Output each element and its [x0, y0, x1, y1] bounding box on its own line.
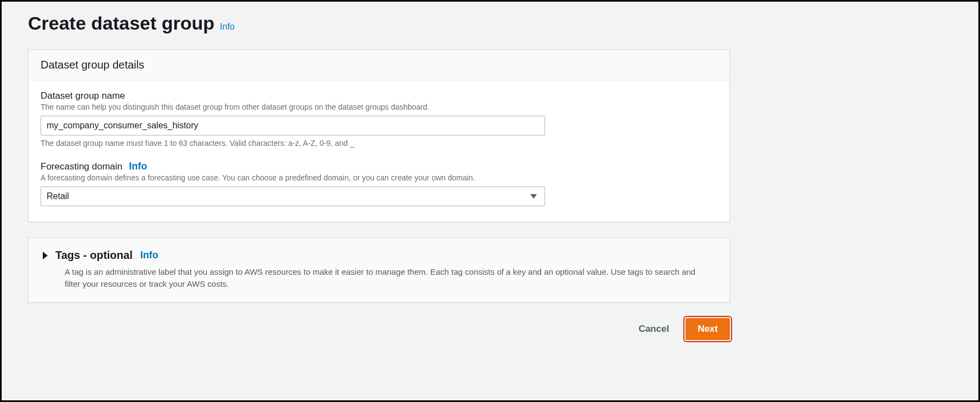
expand-caret-icon [43, 252, 48, 259]
tags-panel-info-link[interactable]: Info [140, 250, 158, 261]
dataset-group-name-hint: The dataset group name must have 1 to 63… [41, 139, 717, 148]
footer-actions: Cancel Next [28, 318, 730, 340]
tags-panel-description: A tag is an administrative label that yo… [65, 266, 712, 290]
dataset-group-details-panel: Dataset group details Dataset group name… [28, 49, 730, 222]
forecasting-domain-selected-value: Retail [47, 191, 69, 201]
forecasting-domain-label-row: Forecasting domain Info [41, 161, 717, 172]
dataset-group-name-description: The name can help you distinguish this d… [41, 103, 717, 111]
page-title: Create dataset group [28, 13, 214, 34]
tags-panel-title: Tags - optional [55, 249, 133, 262]
forecasting-domain-description: A forecasting domain defines a forecasti… [41, 173, 717, 182]
tags-panel: Tags - optional Info A tag is an adminis… [28, 237, 730, 303]
dataset-group-name-field: Dataset group name The name can help you… [41, 90, 717, 148]
dataset-group-name-input[interactable] [41, 116, 545, 135]
dataset-group-name-label: Dataset group name [41, 90, 717, 101]
page-title-row: Create dataset group Info [28, 13, 952, 34]
cancel-button[interactable]: Cancel [632, 319, 676, 339]
page-frame: Create dataset group Info Dataset group … [0, 0, 980, 402]
panel-body: Dataset group name The name can help you… [29, 81, 729, 222]
panel-header: Dataset group details [29, 50, 729, 81]
forecasting-domain-label: Forecasting domain [41, 161, 122, 172]
forecasting-domain-select-wrap: Retail [41, 186, 545, 206]
caret-down-icon [530, 194, 537, 199]
forecasting-domain-select[interactable]: Retail [41, 186, 545, 206]
next-button[interactable]: Next [686, 318, 730, 340]
tags-panel-header[interactable]: Tags - optional Info [42, 249, 716, 262]
page-title-info-link[interactable]: Info [220, 22, 235, 32]
forecasting-domain-field: Forecasting domain Info A forecasting do… [41, 161, 717, 206]
forecasting-domain-info-link[interactable]: Info [129, 161, 147, 172]
